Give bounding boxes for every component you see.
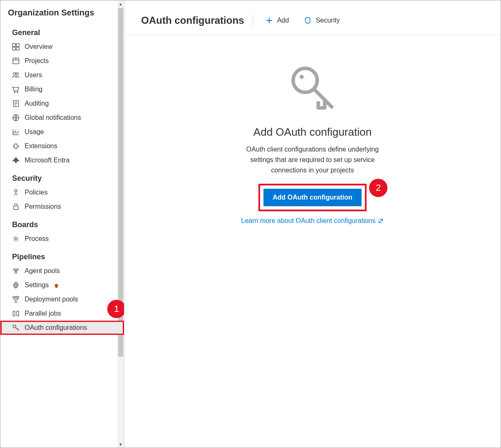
sidebar-item-label: Parallel jobs: [25, 310, 61, 317]
sidebar-item-label: OAuth configurations: [25, 324, 87, 332]
svg-point-13: [15, 238, 17, 240]
external-link-icon: [378, 218, 384, 224]
sidebar-item-label: Auditing: [25, 100, 49, 107]
empty-state-description: OAuth client configurations define under…: [246, 144, 380, 175]
svg-point-16: [15, 271, 17, 273]
agent-pools-icon: [12, 267, 20, 275]
parallel-jobs-icon: [12, 310, 20, 317]
lock-icon: [12, 203, 20, 210]
sidebar-item-agent-pools[interactable]: Agent pools: [0, 264, 124, 278]
add-oauth-configuration-button[interactable]: Add OAuth configuration: [263, 189, 362, 206]
primary-button-highlight: Add OAuth configuration 2: [260, 185, 365, 210]
sidebar-item-label: Permissions: [25, 203, 61, 210]
globe-icon: [12, 114, 20, 121]
svg-rect-1: [16, 43, 19, 46]
key-illustration-icon: [288, 64, 338, 116]
empty-state: Add OAuth configuration OAuth client con…: [124, 35, 501, 225]
policies-icon: [12, 189, 20, 196]
svg-point-15: [16, 268, 18, 271]
key-icon: [12, 324, 20, 332]
overview-icon: [12, 43, 20, 51]
sidebar-item-label: Usage: [25, 128, 44, 136]
security-button[interactable]: Security: [301, 15, 342, 26]
sidebar-item-label: Policies: [25, 189, 48, 196]
sidebar-item-pipeline-settings[interactable]: Settings: [0, 278, 124, 292]
shield-icon: [304, 17, 311, 24]
svg-point-8: [17, 92, 18, 93]
callout-badge-2: 2: [369, 179, 387, 197]
billing-icon: [12, 86, 20, 93]
sidebar-item-billing[interactable]: Billing: [0, 82, 124, 96]
svg-rect-20: [13, 311, 15, 316]
sidebar-item-label: Projects: [25, 57, 49, 65]
main-content: OAuth configurations Add Security: [124, 0, 501, 448]
section-title-general: General: [0, 22, 124, 40]
svg-point-6: [16, 73, 18, 75]
section-title-boards: Boards: [0, 214, 124, 232]
entra-icon: [12, 157, 20, 164]
empty-state-title: Add OAuth configuration: [253, 126, 372, 139]
sidebar-item-microsoft-entra[interactable]: Microsoft Entra: [0, 153, 124, 167]
sidebar: ▲ ▼ Organization Settings General Overvi…: [0, 0, 124, 448]
svg-rect-19: [16, 296, 19, 298]
sidebar-item-deployment-pools[interactable]: Deployment pools: [0, 292, 124, 306]
usage-icon: [12, 128, 20, 136]
svg-point-5: [13, 73, 15, 75]
svg-point-23: [293, 68, 317, 93]
sidebar-item-process[interactable]: Process: [0, 232, 124, 246]
sidebar-item-parallel-jobs[interactable]: Parallel jobs 1: [0, 306, 124, 321]
svg-point-7: [14, 92, 15, 93]
sidebar-item-usage[interactable]: Usage: [0, 125, 124, 139]
section-title-pipelines: Pipelines: [0, 246, 124, 264]
svg-rect-21: [17, 311, 19, 316]
svg-point-11: [15, 190, 17, 192]
svg-point-17: [15, 284, 17, 286]
page-title: OAuth configurations: [141, 15, 253, 26]
sidebar-item-auditing[interactable]: Auditing: [0, 96, 124, 111]
svg-point-24: [299, 75, 304, 79]
sidebar-item-label: Process: [25, 235, 49, 243]
learn-more-link[interactable]: Learn more about OAuth client configurat…: [241, 217, 384, 225]
sidebar-item-policies[interactable]: Policies: [0, 185, 124, 200]
deployment-pools-icon: [12, 296, 20, 303]
callout-badge-1: 1: [107, 300, 124, 318]
sidebar-item-label: Deployment pools: [25, 296, 78, 303]
svg-rect-12: [13, 206, 18, 210]
sidebar-item-label: Overview: [25, 43, 53, 51]
sidebar-item-label: Billing: [25, 86, 43, 93]
section-title-security: Security: [0, 167, 124, 185]
sidebar-item-extensions[interactable]: Extensions: [0, 139, 124, 153]
svg-rect-18: [13, 296, 15, 298]
sidebar-item-label: Global notifications: [25, 114, 81, 121]
sidebar-title: Organization Settings: [0, 0, 124, 22]
sidebar-item-projects[interactable]: Projects: [0, 54, 124, 68]
sidebar-item-label: Extensions: [25, 142, 57, 150]
sidebar-item-users[interactable]: Users: [0, 68, 124, 82]
sidebar-item-oauth-configurations[interactable]: OAuth configurations: [0, 321, 124, 335]
add-button[interactable]: Add: [263, 15, 291, 26]
scroll-down-icon[interactable]: ▼: [117, 441, 124, 448]
svg-rect-0: [13, 43, 15, 46]
sidebar-item-label: Users: [25, 71, 42, 79]
add-button-label: Add: [277, 17, 289, 24]
learn-more-link-label: Learn more about OAuth client configurat…: [241, 217, 376, 225]
shield-warning-icon: [54, 283, 59, 288]
security-button-label: Security: [316, 17, 340, 24]
sidebar-item-overview[interactable]: Overview: [0, 40, 124, 54]
process-icon: [12, 235, 20, 243]
scroll-up-icon[interactable]: ▲: [117, 0, 124, 7]
sidebar-item-label: Settings: [25, 281, 49, 289]
sidebar-item-global-notifications[interactable]: Global notifications: [0, 111, 124, 125]
extensions-icon: [12, 142, 20, 150]
auditing-icon: [12, 100, 20, 107]
svg-rect-3: [16, 47, 19, 50]
svg-point-14: [13, 268, 15, 271]
sidebar-item-label: Microsoft Entra: [25, 157, 70, 164]
page-header: OAuth configurations Add Security: [124, 0, 501, 35]
svg-rect-2: [13, 47, 15, 50]
users-icon: [12, 71, 20, 79]
sidebar-item-permissions[interactable]: Permissions: [0, 200, 124, 214]
sidebar-item-label: Agent pools: [25, 267, 60, 275]
plus-icon: [266, 17, 273, 24]
gear-icon: [12, 281, 20, 289]
